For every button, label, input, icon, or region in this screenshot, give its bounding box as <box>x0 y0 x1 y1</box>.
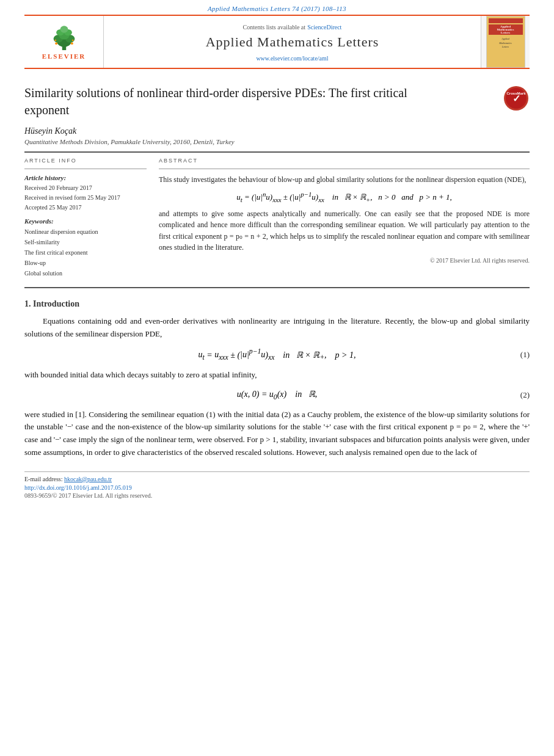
svg-point-10 <box>54 40 56 42</box>
sciencedirect-link[interactable]: ScienceDirect <box>307 24 341 31</box>
article-title-section: Similarity solutions of nonlinear third-… <box>24 75 530 122</box>
accepted-date: Accepted 25 May 2017 <box>24 203 147 213</box>
received-date: Received 20 February 2017 <box>24 183 147 193</box>
equation-2-number: (2) <box>520 390 530 400</box>
keyword-4: Blow-up <box>24 258 147 268</box>
journal-name: Applied Mathematics Letters <box>206 34 379 50</box>
main-content: Similarity solutions of nonlinear third-… <box>24 69 530 505</box>
footer-copyright: 0893-9659/© 2017 Elsevier Ltd. All right… <box>24 492 530 499</box>
footer-email-line: E-mail address: hkocak@pau.edu.tr <box>24 476 530 482</box>
section1-para3: were studied in [1]. Considering the sem… <box>24 409 530 459</box>
header-divider <box>24 151 530 153</box>
revised-date: Received in revised form 25 May 2017 <box>24 193 147 203</box>
crossmark-icon[interactable]: ✓ CrossMark <box>504 86 528 111</box>
contents-label: Contents lists available at <box>243 24 305 31</box>
keywords-label: Keywords: <box>24 217 147 225</box>
author-affiliation: Quantitative Methods Division, Pamukkale… <box>24 138 530 145</box>
keyword-3: The first critical exponent <box>24 247 147 258</box>
article-title: Similarity solutions of nonlinear third-… <box>24 84 440 118</box>
abstract-text-2: and attempts to give some aspects analyt… <box>159 208 530 253</box>
elsevier-tree-icon <box>43 24 86 51</box>
svg-text:CrossMark: CrossMark <box>506 92 526 95</box>
elsevier-brand-text: ELSEVIER <box>42 53 86 60</box>
abstract-column: ABSTRACT This study investigates the beh… <box>159 158 530 278</box>
svg-point-8 <box>55 42 57 45</box>
content-divider <box>24 287 530 288</box>
article-info-label: ARTICLE INFO <box>24 158 147 164</box>
equation-1-number: (1) <box>520 350 530 360</box>
keyword-1: Nonlinear dispersion equation <box>24 227 147 237</box>
abstract-equation: ut = (|u|nu)xxx ± (|u|p−1u)xx in ℝ × ℝ+,… <box>159 191 530 203</box>
journal-url[interactable]: www.elsevier.com/locate/aml <box>256 55 328 62</box>
abstract-label: ABSTRACT <box>159 158 530 164</box>
journal-cover-box: AppliedMathematicsLetters Applied Mathem… <box>481 16 530 68</box>
footer-doi[interactable]: http://dx.doi.org/10.1016/j.aml.2017.05.… <box>24 484 530 491</box>
svg-point-9 <box>70 42 73 45</box>
email-label: E-mail address: <box>24 476 62 482</box>
journal-header: ELSEVIER Contents lists available at Sci… <box>24 15 530 69</box>
author-name: Hüseyin Koçak <box>24 126 530 136</box>
contents-available-text: Contents lists available at ScienceDirec… <box>243 22 342 32</box>
section1-para2: with bounded initial data which decays s… <box>24 369 530 382</box>
email-link[interactable]: hkocak@pau.edu.tr <box>64 476 112 482</box>
svg-point-7 <box>60 26 68 33</box>
elsevier-logo-box: ELSEVIER <box>24 16 104 68</box>
section1-para1: Equations containing odd and even-order … <box>24 315 530 341</box>
equation-1-row: ut = uxxx ± (|u|p−1u)xx in ℝ × ℝ+, p > 1… <box>24 348 530 362</box>
keyword-5: Global solution <box>24 268 147 278</box>
journal-citation-bar: Applied Mathematics Letters 74 (2017) 10… <box>0 0 554 15</box>
crossmark-badge[interactable]: ✓ CrossMark <box>502 84 530 112</box>
svg-point-11 <box>71 40 73 42</box>
journal-cover-image: AppliedMathematicsLetters Applied Mathem… <box>486 16 525 68</box>
article-info-divider <box>24 169 147 169</box>
article-history-label: Article history: <box>24 174 147 181</box>
journal-title-box: Contents lists available at ScienceDirec… <box>104 16 481 68</box>
keyword-2: Self-similarity <box>24 237 147 247</box>
equation-2-row: u(x, 0) = u0(x) in ℝ, (2) <box>24 389 530 401</box>
equation-1-content: ut = uxxx ± (|u|p−1u)xx in ℝ × ℝ+, p > 1… <box>24 348 530 362</box>
section-1-heading: 1. Introduction <box>24 299 530 309</box>
article-info-abstract-section: ARTICLE INFO Article history: Received 2… <box>24 158 530 278</box>
cover-top-bar <box>489 18 523 23</box>
abstract-divider <box>159 169 530 169</box>
footer-section: E-mail address: hkocak@pau.edu.tr http:/… <box>24 471 530 499</box>
abstract-text-1: This study investigates the behaviour of… <box>159 174 530 186</box>
article-info-column: ARTICLE INFO Article history: Received 2… <box>24 158 147 278</box>
copyright-notice: © 2017 Elsevier Ltd. All rights reserved… <box>159 257 530 264</box>
equation-2-content: u(x, 0) = u0(x) in ℝ, <box>24 389 530 401</box>
